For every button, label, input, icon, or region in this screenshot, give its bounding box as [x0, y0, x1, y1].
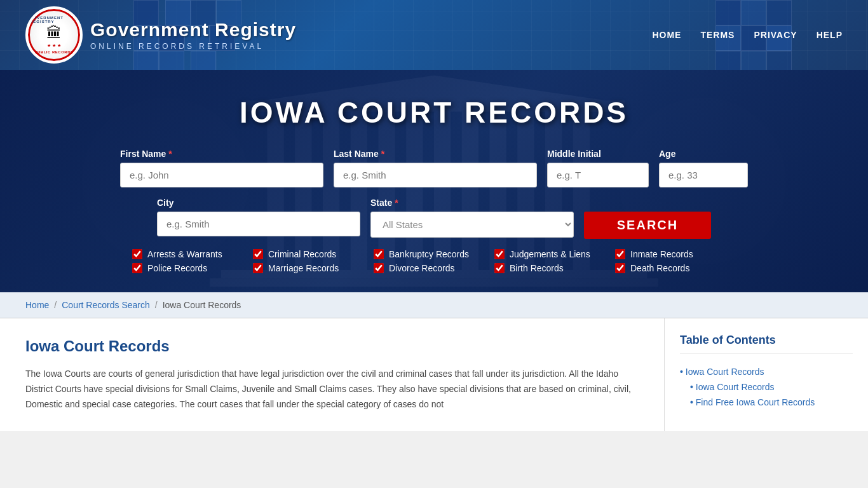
site-title: Government Registry [90, 19, 296, 41]
required-star: * [168, 149, 172, 159]
toc-subitem-2: Find Free Iowa Court Records [690, 395, 853, 410]
search-form: First Name * Last Name * Middle Initial … [85, 149, 783, 273]
checkbox-col-3: Judgements & Liens Birth Records [494, 249, 615, 273]
checkbox-marriage-input[interactable] [253, 263, 263, 273]
checkbox-police[interactable]: Police Records [132, 263, 253, 273]
checkbox-col-1: Criminal Records Marriage Records [253, 249, 374, 273]
nav-privacy[interactable]: PRIVACY [754, 27, 797, 43]
breadcrumb-current: Iowa Court Records [163, 300, 241, 310]
middle-initial-group: Middle Initial [547, 149, 649, 187]
checkbox-marriage-label: Marriage Records [268, 263, 339, 273]
checkbox-divorce[interactable]: Divorce Records [374, 263, 494, 273]
logo-inner: GOVERNMENT REGISTRY 🏛 ★★★ PUBLIC RECORDS [28, 9, 80, 61]
checkbox-birth[interactable]: Birth Records [494, 263, 615, 273]
search-group: SEARCH [584, 198, 711, 239]
checkbox-marriage[interactable]: Marriage Records [253, 263, 374, 273]
checkbox-criminal-input[interactable] [253, 249, 263, 259]
hero-section: IOWA COURT RECORDS First Name * Last Nam… [0, 70, 868, 292]
city-label: City [157, 198, 360, 208]
middle-initial-label: Middle Initial [547, 149, 649, 159]
header: GOVERNMENT REGISTRY 🏛 ★★★ PUBLIC RECORDS… [0, 0, 868, 70]
main-content: Iowa Court Records The Iowa Courts are c… [0, 318, 868, 431]
site-subtitle: Online Records Retrieval [90, 42, 296, 51]
checkbox-criminal-label: Criminal Records [268, 249, 336, 259]
checkbox-arrests-label: Arrests & Warrants [147, 249, 222, 259]
form-row-1: First Name * Last Name * Middle Initial … [85, 149, 783, 187]
state-select[interactable]: All StatesAlabamaAlaskaArizonaArkansasCa… [370, 212, 574, 238]
toc-link-1[interactable]: Iowa Court Records [686, 367, 764, 377]
logo-stars: ★★★ [47, 43, 61, 48]
logo-arc-bottom-text: PUBLIC RECORDS [34, 50, 73, 54]
checkbox-judgements-input[interactable] [494, 249, 505, 259]
city-input[interactable] [157, 212, 360, 236]
nav-terms[interactable]: TERMS [700, 27, 735, 43]
breadcrumb-sep-2: / [155, 300, 158, 310]
search-button[interactable]: SEARCH [584, 212, 711, 239]
checkbox-death[interactable]: Death Records [615, 263, 736, 273]
checkbox-criminal[interactable]: Criminal Records [253, 249, 374, 259]
checkbox-inmate-label: Inmate Records [630, 249, 693, 259]
first-name-input[interactable] [120, 163, 323, 187]
required-star-3: * [395, 198, 398, 208]
article-title: Iowa Court Records [25, 337, 639, 355]
checkbox-bankruptcy[interactable]: Bankruptcy Records [374, 249, 494, 259]
form-row-2: City State * All StatesAlabamaAlaskaAriz… [85, 198, 783, 239]
first-name-label: First Name * [120, 149, 323, 159]
age-label: Age [659, 149, 748, 159]
state-group: State * All StatesAlabamaAlaskaArizonaAr… [370, 198, 574, 239]
checkbox-bankruptcy-label: Bankruptcy Records [389, 249, 469, 259]
article-body: The Iowa Courts are courts of general ju… [25, 367, 639, 412]
first-name-group: First Name * [120, 149, 323, 187]
toc-list: Iowa Court Records Iowa Court Records Fi… [680, 364, 853, 410]
checkbox-divorce-input[interactable] [374, 263, 384, 273]
checkbox-bankruptcy-input[interactable] [374, 249, 384, 259]
age-group: Age [659, 149, 748, 187]
last-name-label: Last Name * [334, 149, 537, 159]
checkbox-col-0: Arrests & Warrants Police Records [132, 249, 253, 273]
checkboxes-row: Arrests & Warrants Police Records Crimin… [85, 249, 783, 273]
checkbox-birth-input[interactable] [494, 263, 505, 273]
last-name-group: Last Name * [334, 149, 537, 187]
breadcrumb-bar: Home / Court Records Search / Iowa Court… [0, 292, 868, 318]
state-label: State * [370, 198, 574, 208]
checkbox-divorce-label: Divorce Records [389, 263, 454, 273]
checkbox-inmate-input[interactable] [615, 249, 625, 259]
checkbox-col-2: Bankruptcy Records Divorce Records [374, 249, 494, 273]
logo-building-icon: 🏛 [46, 24, 62, 42]
breadcrumb-court-records[interactable]: Court Records Search [62, 300, 150, 310]
checkbox-birth-label: Birth Records [510, 263, 564, 273]
middle-initial-input[interactable] [547, 163, 649, 187]
checkbox-police-label: Police Records [147, 263, 207, 273]
breadcrumb-sep-1: / [54, 300, 57, 310]
logo-area: GOVERNMENT REGISTRY 🏛 ★★★ PUBLIC RECORDS… [25, 6, 296, 64]
city-group: City [157, 198, 360, 239]
checkbox-arrests[interactable]: Arrests & Warrants [132, 249, 253, 259]
checkbox-police-input[interactable] [132, 263, 142, 273]
breadcrumb: Home / Court Records Search / Iowa Court… [25, 300, 843, 310]
nav-home[interactable]: HOME [652, 27, 681, 43]
content-area: Iowa Court Records The Iowa Courts are c… [0, 318, 665, 431]
checkbox-death-label: Death Records [630, 263, 689, 273]
nav-help[interactable]: HELP [817, 27, 843, 43]
hero-title: IOWA COURT RECORDS [13, 95, 855, 130]
toc-item-1: Iowa Court Records [680, 364, 853, 379]
breadcrumb-home[interactable]: Home [25, 300, 49, 310]
required-star-2: * [381, 149, 384, 159]
checkbox-col-4: Inmate Records Death Records [615, 249, 736, 273]
checkbox-arrests-input[interactable] [132, 249, 142, 259]
age-input[interactable] [659, 163, 748, 187]
sidebar: Table of Contents Iowa Court Records Iow… [665, 318, 868, 431]
checkbox-judgements[interactable]: Judgements & Liens [494, 249, 615, 259]
toc-subitem-1: Iowa Court Records [690, 379, 853, 395]
main-nav: HOME TERMS PRIVACY HELP [652, 27, 843, 43]
toc-sublink-2[interactable]: Find Free Iowa Court Records [696, 397, 815, 407]
toc-title: Table of Contents [680, 334, 853, 354]
checkbox-inmate[interactable]: Inmate Records [615, 249, 736, 259]
logo-text: Government Registry Online Records Retri… [90, 19, 296, 51]
logo-circle: GOVERNMENT REGISTRY 🏛 ★★★ PUBLIC RECORDS [25, 6, 83, 64]
checkbox-judgements-label: Judgements & Liens [510, 249, 590, 259]
logo-arc-top-text: GOVERNMENT REGISTRY [30, 16, 78, 24]
checkbox-death-input[interactable] [615, 263, 625, 273]
toc-sublink-1[interactable]: Iowa Court Records [696, 382, 775, 392]
last-name-input[interactable] [334, 163, 537, 187]
